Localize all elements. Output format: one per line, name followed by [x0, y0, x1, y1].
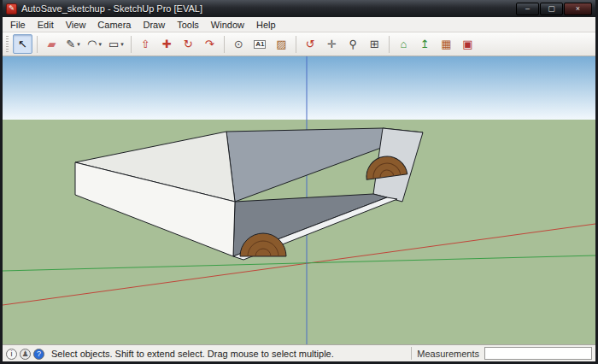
- zoom-extents-tool[interactable]: ⊞: [365, 34, 384, 54]
- measurements-area: Measurements: [411, 347, 592, 360]
- measurements-input[interactable]: [484, 347, 592, 360]
- photo-textures-icon: ▦: [441, 38, 451, 50]
- sky: [3, 56, 595, 120]
- send-to-layout-icon: ▣: [462, 38, 472, 50]
- paint-bucket-tool[interactable]: ▨: [272, 34, 291, 54]
- close-button[interactable]: ×: [564, 3, 592, 15]
- menu-edit[interactable]: Edit: [32, 18, 60, 32]
- maximize-button[interactable]: ▢: [540, 3, 563, 15]
- arc-icon: ◠: [87, 38, 97, 50]
- sketchup-logo-icon: ✎: [6, 3, 17, 15]
- menu-draw[interactable]: Draw: [137, 18, 171, 32]
- text-icon: A1: [254, 40, 266, 49]
- toolbar: ↖▰✎▾◠▾▭▾⇧✚↻↷⊙A1▨↺✛⚲⊞⌂↥▦▣: [3, 32, 595, 56]
- shapes-tool[interactable]: ▭▾: [106, 34, 126, 54]
- eraser-icon: ▰: [48, 38, 56, 50]
- follow-me-icon: ↷: [205, 38, 214, 50]
- select-tool[interactable]: ↖: [13, 34, 32, 54]
- chevron-down-icon[interactable]: ▾: [98, 41, 102, 48]
- toolbar-separator: [296, 36, 296, 53]
- arc-tool[interactable]: ◠▾: [85, 34, 104, 54]
- line-icon: ✎: [66, 38, 75, 50]
- get-models-button[interactable]: ⌂: [394, 34, 413, 54]
- rotate-icon: ↻: [184, 38, 193, 50]
- zoom-tool[interactable]: ⚲: [343, 34, 363, 54]
- toolbar-grip[interactable]: [6, 36, 9, 53]
- model-viewport-svg: [3, 56, 595, 344]
- move-icon: ✚: [162, 38, 172, 50]
- send-to-layout-button[interactable]: ▣: [458, 34, 478, 54]
- statusbar: i♟? Select objects. Shift to extend sele…: [3, 344, 595, 361]
- window-controls: – ▢ ×: [516, 3, 592, 15]
- photo-textures-button[interactable]: ▦: [437, 34, 456, 54]
- chevron-down-icon[interactable]: ▾: [120, 41, 124, 48]
- text-tool[interactable]: A1: [250, 34, 270, 54]
- help-icon[interactable]: ?: [33, 349, 44, 360]
- status-message: Select objects. Shift to extend select. …: [51, 349, 411, 359]
- tape-measure-icon: ⊙: [234, 38, 243, 50]
- line-tool[interactable]: ✎▾: [63, 34, 83, 54]
- sketchup-window: ✎ AutoSave_sketchup - SketchUp Pro [EVAL…: [0, 0, 598, 364]
- orbit-tool[interactable]: ↺: [301, 34, 320, 54]
- titlebar[interactable]: ✎ AutoSave_sketchup - SketchUp Pro [EVAL…: [3, 0, 595, 17]
- toolbar-separator: [37, 36, 38, 53]
- pan-icon: ✛: [327, 38, 337, 50]
- pencil-glyph-icon: ✎: [9, 5, 15, 12]
- share-model-icon: ↥: [420, 38, 430, 50]
- eraser-tool[interactable]: ▰: [42, 34, 62, 54]
- menu-help[interactable]: Help: [250, 18, 282, 32]
- toolbar-separator: [224, 36, 225, 53]
- zoom-icon: ⚲: [349, 38, 358, 50]
- tape-measure-tool[interactable]: ⊙: [229, 34, 249, 54]
- toolbar-separator: [389, 36, 390, 53]
- paint-bucket-icon: ▨: [276, 38, 286, 50]
- chevron-down-icon[interactable]: ▾: [77, 41, 80, 48]
- credits-icon[interactable]: ♟: [20, 349, 31, 360]
- shapes-icon: ▭: [108, 38, 119, 50]
- menu-camera[interactable]: Camera: [91, 18, 137, 32]
- toolbar-separator: [131, 36, 132, 53]
- share-model-button[interactable]: ↥: [415, 34, 435, 54]
- menubar: FileEditViewCameraDrawToolsWindowHelp: [3, 17, 595, 32]
- get-models-icon: ⌂: [400, 38, 407, 50]
- move-tool[interactable]: ✚: [157, 34, 177, 54]
- menu-view[interactable]: View: [60, 18, 92, 32]
- menu-window[interactable]: Window: [205, 18, 250, 32]
- info-icon[interactable]: i: [6, 349, 17, 360]
- select-icon: ↖: [18, 38, 27, 50]
- measurements-label: Measurements: [417, 349, 479, 359]
- menu-tools[interactable]: Tools: [171, 18, 205, 32]
- rotate-tool[interactable]: ↻: [179, 34, 198, 54]
- menu-file[interactable]: File: [4, 18, 32, 32]
- statusbar-icons: i♟?: [6, 348, 47, 360]
- minimize-button[interactable]: –: [516, 3, 539, 15]
- pan-tool[interactable]: ✛: [322, 34, 342, 54]
- follow-me-tool[interactable]: ↷: [200, 34, 220, 54]
- window-title: AutoSave_sketchup - SketchUp Pro [EVAL]: [21, 3, 516, 14]
- viewport-canvas[interactable]: [3, 56, 595, 344]
- orbit-icon: ↺: [306, 38, 315, 50]
- push-pull-tool[interactable]: ⇧: [136, 34, 155, 54]
- push-pull-icon: ⇧: [141, 38, 150, 50]
- zoom-extents-icon: ⊞: [370, 38, 379, 50]
